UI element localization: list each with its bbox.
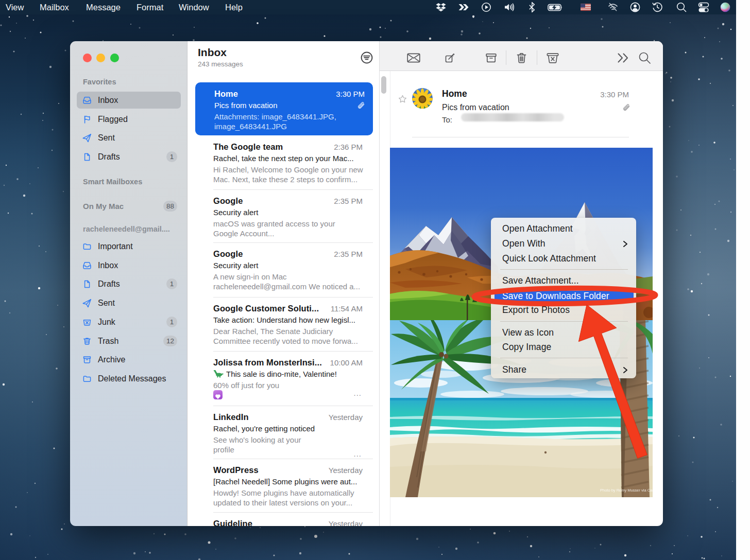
svg-text:Photo by Remy Musser via Canva: Photo by Remy Musser via Canva [600, 488, 653, 493]
